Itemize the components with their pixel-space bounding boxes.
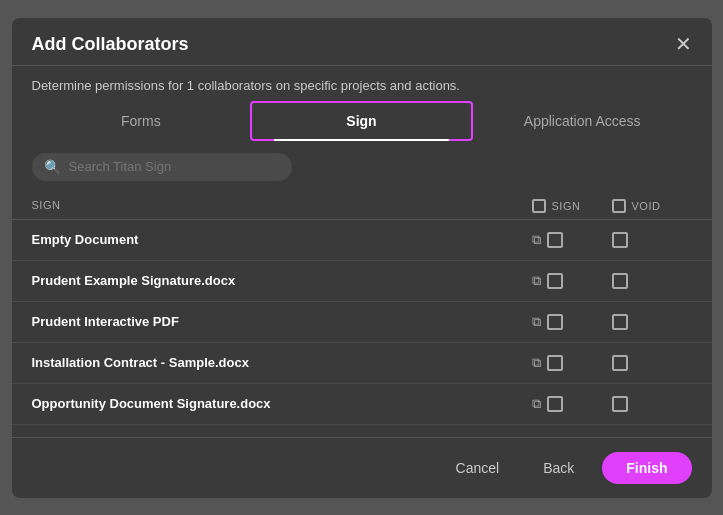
row-void-cell — [612, 314, 692, 330]
table-header: SIGN SIGN VOID — [12, 193, 712, 220]
table-row: Prudent Example Signature.docx ⧉ — [12, 261, 712, 302]
external-link-icon[interactable]: ⧉ — [532, 273, 541, 289]
row-sign-cell: ⧉ — [532, 396, 612, 412]
external-link-icon[interactable]: ⧉ — [532, 314, 541, 330]
search-input[interactable] — [69, 159, 280, 174]
external-link-icon[interactable]: ⧉ — [532, 396, 541, 412]
row-void-cell — [612, 232, 692, 248]
close-button[interactable]: ✕ — [675, 34, 692, 54]
row-sign-cell: ⧉ — [532, 355, 612, 371]
row-void-cell — [612, 355, 692, 371]
row-name: Opportunity Document Signature.docx — [32, 396, 532, 411]
row-void-cell — [612, 273, 692, 289]
row-name: Prudent Interactive PDF — [32, 314, 532, 329]
external-link-icon[interactable]: ⧉ — [532, 232, 541, 248]
sign-header-checkbox[interactable] — [532, 199, 546, 213]
void-checkbox[interactable] — [612, 314, 628, 330]
search-bar: 🔍 — [32, 153, 292, 181]
tab-application-access[interactable]: Application Access — [473, 103, 692, 139]
row-sign-cell: ⧉ — [532, 232, 612, 248]
sign-checkbox[interactable] — [547, 273, 563, 289]
modal-footer: Cancel Back Finish — [12, 437, 712, 498]
row-void-cell — [612, 396, 692, 412]
void-checkbox[interactable] — [612, 396, 628, 412]
tab-forms[interactable]: Forms — [32, 103, 251, 139]
table-row: Opportunity Document Signature.docx ⧉ — [12, 384, 712, 425]
cancel-button[interactable]: Cancel — [440, 452, 516, 484]
modal-title: Add Collaborators — [32, 34, 189, 55]
sign-checkbox[interactable] — [547, 355, 563, 371]
modal-subtitle: Determine permissions for 1 collaborator… — [12, 66, 712, 101]
sign-checkbox[interactable] — [547, 314, 563, 330]
col-void-header: VOID — [612, 199, 692, 213]
back-button[interactable]: Back — [527, 452, 590, 484]
search-icon: 🔍 — [44, 159, 61, 175]
add-collaborators-modal: Add Collaborators ✕ Determine permission… — [12, 18, 712, 498]
void-checkbox[interactable] — [612, 355, 628, 371]
tabs-container: Forms Sign Application Access — [12, 101, 712, 141]
table-row: Prudent Interactive PDF ⧉ — [12, 302, 712, 343]
void-header-checkbox[interactable] — [612, 199, 626, 213]
col-name-header: SIGN — [32, 199, 532, 213]
row-sign-cell: ⧉ — [532, 273, 612, 289]
modal-header: Add Collaborators ✕ — [12, 18, 712, 66]
row-name: Installation Contract - Sample.docx — [32, 355, 532, 370]
col-sign-header: SIGN — [532, 199, 612, 213]
row-sign-cell: ⧉ — [532, 314, 612, 330]
finish-button[interactable]: Finish — [602, 452, 691, 484]
row-name: Empty Document — [32, 232, 532, 247]
row-name: Prudent Example Signature.docx — [32, 273, 532, 288]
external-link-icon[interactable]: ⧉ — [532, 355, 541, 371]
document-table: SIGN SIGN VOID Empty Document ⧉ Prudent … — [12, 193, 712, 437]
sign-checkbox[interactable] — [547, 396, 563, 412]
sign-checkbox[interactable] — [547, 232, 563, 248]
tab-sign[interactable]: Sign — [250, 101, 473, 141]
void-checkbox[interactable] — [612, 273, 628, 289]
table-row: Empty Document ⧉ — [12, 220, 712, 261]
void-checkbox[interactable] — [612, 232, 628, 248]
table-row: Installation Contract - Sample.docx ⧉ — [12, 343, 712, 384]
